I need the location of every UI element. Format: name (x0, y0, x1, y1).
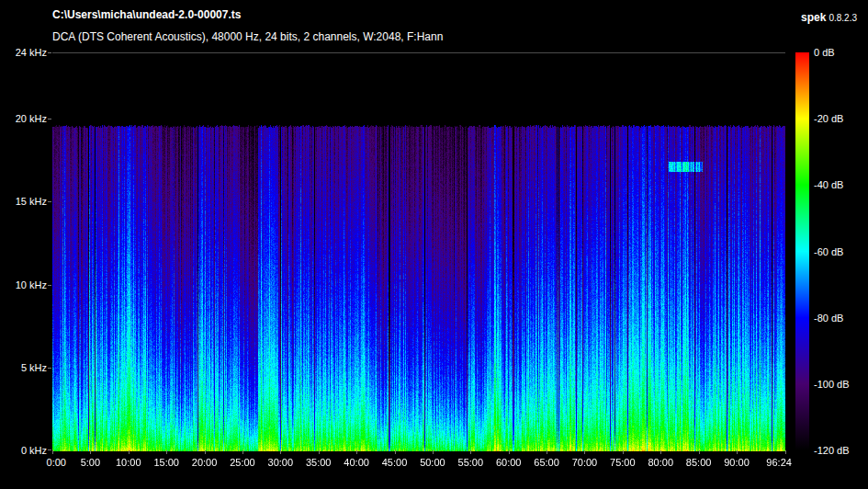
db-tick-label: -100 dB (814, 379, 850, 391)
time-tick-label: 75:00 (610, 457, 636, 468)
freq-tick-mark (48, 368, 51, 369)
time-tick-mark (166, 450, 167, 454)
time-tick-label: 60:00 (496, 457, 522, 468)
time-tick-mark (509, 450, 510, 454)
time-tick-label: 65:00 (534, 457, 559, 468)
time-tick-label: 90:00 (724, 457, 750, 468)
freq-tick-label: 24 kHz (5, 47, 47, 59)
time-tick-label: 10:00 (116, 457, 141, 468)
freq-tick-label: 20 kHz (5, 113, 47, 125)
freq-tick-label: 10 kHz (5, 279, 47, 291)
time-tick-mark (737, 450, 738, 454)
spek-window: C:\Users\micha\undead-2.0-00007.ts spek0… (0, 0, 868, 489)
app-name: spek (801, 11, 826, 24)
app-version: 0.8.2.3 (829, 13, 857, 23)
time-tick-label: 40:00 (344, 457, 369, 468)
time-tick-mark (699, 450, 700, 454)
time-tick-label: 15:00 (153, 457, 179, 468)
time-tick-mark (470, 450, 471, 454)
time-tick-mark (584, 450, 585, 454)
db-tick-label: -20 dB (814, 113, 843, 125)
time-tick-label: 20:00 (192, 457, 218, 468)
time-tick-label: 55:00 (458, 457, 484, 468)
spectrogram-canvas (52, 52, 785, 451)
time-tick-label: 50:00 (420, 457, 445, 468)
db-tick-label: -120 dB (814, 445, 850, 457)
time-tick-label: 85:00 (686, 457, 712, 468)
time-tick-mark (433, 450, 434, 454)
time-tick-label: 35:00 (306, 457, 332, 468)
time-tick-mark (205, 450, 206, 454)
time-tick-mark (242, 450, 243, 454)
stream-info: DCA (DTS Coherent Acoustics), 48000 Hz, … (52, 30, 443, 43)
time-tick-label: 0:00 (47, 457, 66, 468)
time-tick-label: 45:00 (382, 457, 408, 468)
file-path: C:\Users\micha\undead-2.0-00007.ts (52, 8, 241, 21)
freq-tick-label: 0 kHz (5, 445, 47, 457)
time-tick-mark (623, 450, 624, 454)
time-tick-label: 96:24 (766, 457, 792, 468)
db-tick-label: -60 dB (814, 246, 843, 258)
freq-tick-mark (48, 119, 51, 119)
time-tick-label: 80:00 (648, 457, 673, 468)
db-tick-label: -80 dB (814, 313, 843, 324)
time-tick-mark (90, 450, 91, 454)
time-tick-mark (319, 450, 320, 454)
time-tick-mark (547, 450, 547, 454)
freq-tick-label: 5 kHz (5, 362, 47, 374)
freq-tick-mark (48, 201, 51, 202)
time-tick-mark (356, 450, 357, 454)
time-tick-mark (785, 450, 786, 454)
time-tick-mark (660, 450, 661, 454)
time-tick-mark (129, 450, 130, 454)
freq-tick-mark (48, 285, 51, 286)
freq-tick-mark (48, 52, 51, 53)
db-tick-label: 0 dB (814, 47, 835, 59)
freq-tick-mark (48, 449, 51, 450)
time-tick-label: 70:00 (572, 457, 598, 468)
legend-gradient (795, 52, 809, 450)
time-tick-mark (280, 450, 281, 454)
time-tick-label: 25:00 (230, 457, 255, 468)
time-tick-label: 30:00 (268, 457, 294, 468)
time-tick-mark (52, 450, 53, 454)
freq-tick-label: 15 kHz (5, 196, 47, 208)
time-tick-label: 5:00 (81, 457, 100, 468)
time-tick-mark (395, 450, 396, 454)
db-tick-label: -40 dB (814, 179, 843, 191)
app-brand: spek0.8.2.3 (801, 8, 857, 25)
